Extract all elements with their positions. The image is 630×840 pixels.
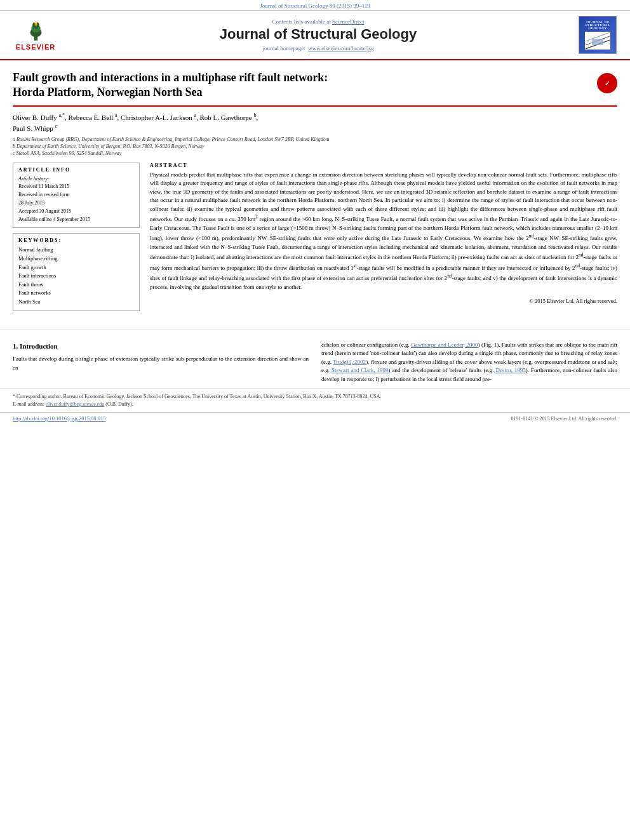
- article-title-text: Fault growth and interactions in a multi…: [13, 70, 591, 102]
- issn-text: 0191-8141/© 2015 Elsevier Ltd. All right…: [511, 416, 617, 422]
- header-center: Contents lists available at ScienceDirec…: [67, 18, 569, 51]
- active-text: active: [469, 216, 483, 222]
- footnote-text: * Corresponding author. Bureau of Econom…: [13, 393, 617, 408]
- intro-heading: 1. Introduction: [13, 341, 309, 352]
- doi-link[interactable]: http://dx.doi.org/10.1016/j.jsg.2015.08.…: [13, 415, 105, 422]
- authors-line: Oliver B. Duffy a,*, Rebecca E. Bell a, …: [13, 112, 617, 133]
- keyword-item: Fault interactions: [18, 272, 134, 281]
- crossmark-badge[interactable]: ✓: [597, 73, 617, 93]
- sciencedirect-link[interactable]: ScienceDirect: [332, 18, 364, 25]
- section-divider: [0, 329, 630, 330]
- elsevier-tree-icon: [22, 20, 50, 42]
- elsevier-logo-left: ELSEVIER: [10, 20, 61, 51]
- keywords-label: Keywords:: [18, 237, 134, 243]
- article-info-abstract-columns: ARTICLE INFO Article history: Received 1…: [13, 163, 617, 316]
- introduction-section: 1. Introduction Faults that develop duri…: [0, 336, 630, 389]
- main-content: Fault growth and interactions in a multi…: [0, 60, 630, 323]
- abstract-label: ABSTRACT: [150, 163, 617, 168]
- keyword-item: Normal faulting: [18, 246, 134, 255]
- page-header: ELSEVIER Contents lists available at Sci…: [0, 11, 630, 60]
- stewart-link[interactable]: Stewart and Clark, 1999: [332, 367, 389, 373]
- keyword-item: Fault growth: [18, 263, 134, 272]
- homepage-link[interactable]: www.elsevier.com/locate/jsg: [308, 45, 373, 51]
- bottom-bar: http://dx.doi.org/10.1016/j.jsg.2015.08.…: [0, 412, 630, 424]
- destro-link[interactable]: Destro, 1995: [495, 367, 525, 373]
- article-info-box: ARTICLE INFO Article history: Received 1…: [13, 163, 140, 229]
- copyright-line: © 2015 Elsevier Ltd. All rights reserved…: [150, 295, 617, 304]
- intro-right-text: échelon or colinear configuration (e.g. …: [321, 341, 617, 384]
- svg-rect-9: [592, 39, 603, 45]
- footnote-area: * Corresponding author. Bureau of Econom…: [0, 389, 630, 412]
- gawthorpe-link[interactable]: Gawthorpe and Leeder, 2000: [411, 342, 478, 348]
- article-info-label: ARTICLE INFO: [18, 167, 134, 173]
- journal-cover-image: JOURNAL OFSTRUCTURALGEOLOGY: [575, 16, 620, 54]
- keyword-item: Fault networks: [18, 289, 134, 298]
- keyword-item: North Sea: [18, 298, 134, 307]
- email-link[interactable]: oliver.duffy@beg.utexas.edu: [46, 401, 104, 407]
- homepage-line: journal homepage: www.elsevier.com/locat…: [67, 45, 569, 51]
- author-affiliations: a Basins Research Group (BRG), Departmen…: [13, 136, 617, 157]
- article-title: Fault growth and interactions in a multi…: [13, 70, 591, 100]
- journal-ref-bar: Journal of Structural Geology 80 (2015) …: [0, 0, 630, 11]
- keywords-box: Keywords: Normal faulting Multiphase rif…: [13, 233, 140, 310]
- keyword-item: Multiphase rifting: [18, 255, 134, 263]
- intro-paragraph: Faults that develop during a single phas…: [13, 355, 309, 372]
- left-column: ARTICLE INFO Article history: Received 1…: [13, 163, 140, 316]
- journal-title-header: Journal of Structural Geology: [67, 26, 569, 43]
- intro-right-col: échelon or colinear configuration (e.g. …: [321, 341, 617, 384]
- abstract-text: Physical models predict that multiphase …: [150, 171, 617, 292]
- article-title-section: Fault growth and interactions in a multi…: [13, 70, 617, 107]
- intro-left-col: 1. Introduction Faults that develop duri…: [13, 341, 309, 384]
- svg-point-5: [34, 21, 37, 23]
- article-history: Article history: Received 11 March 2015 …: [18, 175, 134, 224]
- crossmark-icon: ✓: [605, 80, 610, 87]
- keyword-item: Fault throw: [18, 281, 134, 290]
- right-column: ABSTRACT Physical models predict that mu…: [150, 163, 617, 316]
- contents-line: Contents lists available at ScienceDirec…: [67, 18, 569, 25]
- trudgill-link[interactable]: Trudgill, 2002: [333, 359, 366, 365]
